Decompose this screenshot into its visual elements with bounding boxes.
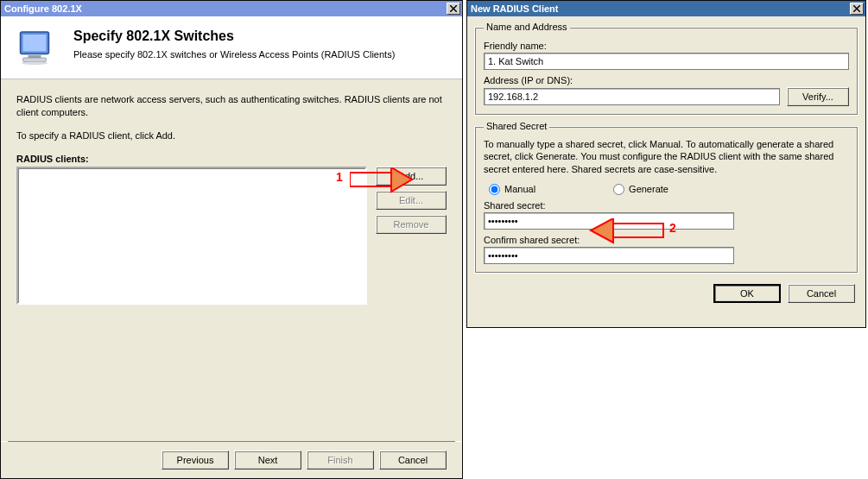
add-button[interactable]: Add... — [376, 167, 447, 186]
next-button[interactable]: Next — [234, 451, 301, 470]
verify-button[interactable]: Verify... — [787, 87, 849, 106]
configure-8021x-window: Configure 802.1X Specify 802.1X Switches… — [0, 0, 463, 479]
help-text-2: To specify a RADIUS client, click Add. — [16, 129, 447, 142]
wizard-header: Specify 802.1X Switches Please specify 8… — [1, 16, 462, 79]
list-buttons: Add... Edit... Remove — [376, 167, 447, 234]
annotation-label-1: 1 — [336, 170, 343, 184]
dialog-buttons: OK Cancel — [467, 279, 865, 303]
svg-point-4 — [22, 61, 48, 66]
wizard-header-text: Specify 802.1X Switches Please specify 8… — [73, 28, 395, 60]
page-heading: Specify 802.1X Switches — [73, 28, 395, 44]
svg-rect-1 — [23, 35, 47, 52]
finish-button: Finish — [307, 451, 374, 470]
monitor-icon — [16, 28, 58, 66]
group-legend: Shared Secret — [484, 121, 549, 131]
window-title: Configure 802.1X — [4, 3, 82, 14]
generate-radio[interactable] — [613, 184, 624, 195]
edit-button: Edit... — [376, 191, 447, 210]
manual-radio-label[interactable]: Manual — [489, 184, 535, 195]
annotation-label-2: 2 — [669, 221, 676, 235]
close-icon[interactable] — [447, 3, 460, 15]
list-label: RADIUS clients: — [16, 153, 447, 166]
confirm-secret-input[interactable] — [484, 247, 734, 264]
page-subheading: Please specify 802.1X switches or Wirele… — [73, 49, 395, 60]
generate-radio-label[interactable]: Generate — [613, 184, 668, 195]
close-icon[interactable] — [850, 3, 864, 15]
titlebar: New RADIUS Client — [467, 1, 865, 16]
address-label: Address (IP or DNS): — [484, 75, 849, 85]
cancel-button[interactable]: Cancel — [379, 451, 447, 470]
wizard-footer: Previous Next Finish Cancel — [1, 441, 462, 470]
friendly-name-input[interactable] — [484, 53, 849, 70]
cancel-button[interactable]: Cancel — [788, 284, 855, 303]
shared-secret-input[interactable] — [484, 212, 734, 230]
address-input[interactable] — [484, 88, 780, 105]
svg-rect-2 — [29, 55, 41, 58]
wizard-body: RADIUS clients are network access server… — [1, 79, 462, 312]
secret-mode-radios: Manual Generate — [489, 184, 849, 195]
secret-help-text: To manually type a shared secret, click … — [484, 138, 849, 175]
confirm-secret-label: Confirm shared secret: — [484, 235, 849, 245]
new-radius-client-window: New RADIUS Client Name and Address Frien… — [466, 0, 866, 328]
help-text-1: RADIUS clients are network access server… — [16, 93, 447, 119]
window-title: New RADIUS Client — [471, 3, 558, 14]
previous-button[interactable]: Previous — [162, 451, 229, 470]
shared-secret-group: Shared Secret To manually type a shared … — [474, 121, 858, 274]
name-address-group: Name and Address Friendly name: Address … — [474, 22, 858, 116]
manual-radio[interactable] — [489, 184, 500, 195]
friendly-name-label: Friendly name: — [484, 41, 849, 51]
manual-radio-text: Manual — [504, 184, 535, 194]
titlebar: Configure 802.1X — [1, 1, 462, 16]
radius-clients-list[interactable] — [16, 167, 367, 305]
shared-secret-label: Shared secret: — [484, 200, 849, 211]
remove-button: Remove — [376, 215, 447, 234]
ok-button[interactable]: OK — [713, 284, 781, 303]
generate-radio-text: Generate — [629, 184, 668, 194]
group-legend: Name and Address — [484, 22, 570, 32]
